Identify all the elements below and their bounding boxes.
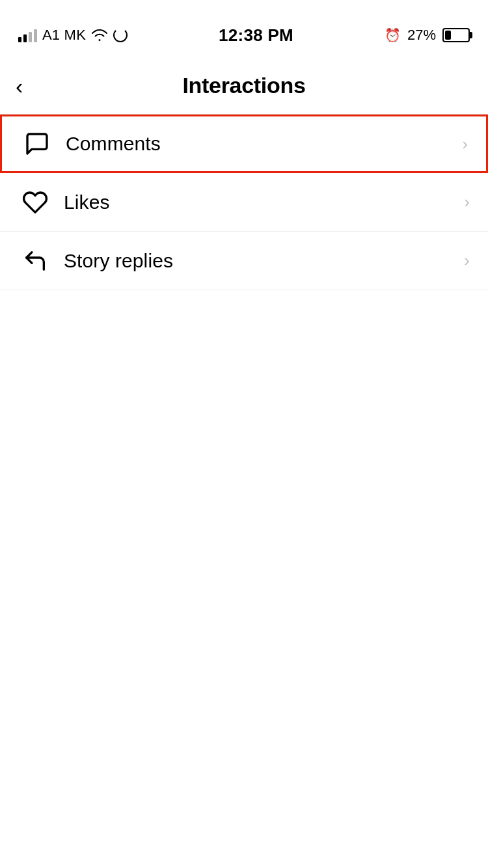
wifi-icon <box>91 29 108 42</box>
comments-label: Comments <box>66 133 462 155</box>
loading-spinner-icon <box>113 28 128 42</box>
likes-label: Likes <box>64 191 464 213</box>
reply-icon <box>18 244 52 278</box>
status-bar: A1 MK 12:38 PM ⏰ 27% <box>0 0 488 57</box>
battery-percent: 27% <box>407 27 436 44</box>
carrier-name: A1 MK <box>42 27 86 44</box>
heart-icon <box>18 185 52 219</box>
comment-icon <box>20 127 54 161</box>
nav-header: ‹ Interactions <box>0 57 488 115</box>
back-button[interactable]: ‹ <box>16 75 23 97</box>
alarm-icon: ⏰ <box>385 27 401 43</box>
signal-bars-icon <box>18 28 37 42</box>
status-left: A1 MK <box>18 27 128 44</box>
chevron-right-icon: › <box>462 134 468 154</box>
battery-icon <box>442 28 470 42</box>
menu-item-comments[interactable]: Comments › <box>0 115 488 173</box>
menu-item-likes[interactable]: Likes › <box>0 173 488 232</box>
menu-list: Comments › Likes › Story replies › <box>0 115 488 290</box>
status-right: ⏰ 27% <box>385 27 470 44</box>
chevron-right-icon: › <box>464 192 470 212</box>
chevron-right-icon: › <box>464 251 470 271</box>
menu-item-story-replies[interactable]: Story replies › <box>0 232 488 290</box>
battery-fill <box>445 31 451 40</box>
story-replies-label: Story replies <box>64 250 464 272</box>
page-title: Interactions <box>182 73 305 98</box>
status-time: 12:38 PM <box>219 25 293 46</box>
